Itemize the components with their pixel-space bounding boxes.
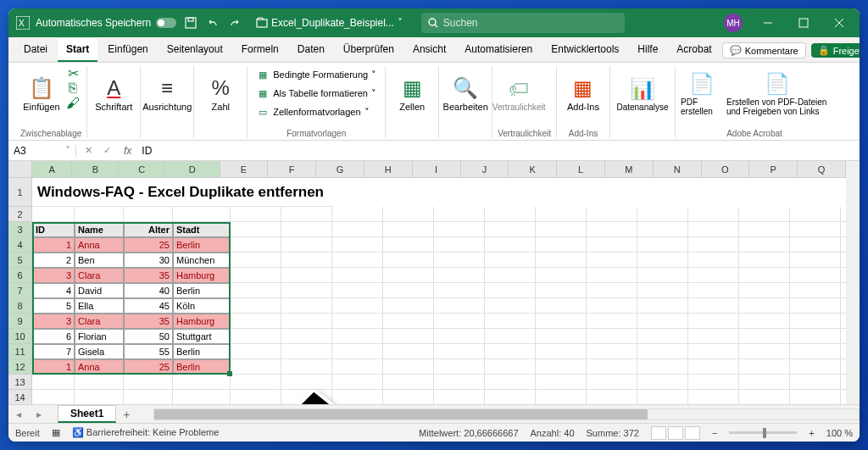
cell-M14[interactable] <box>637 390 688 404</box>
cell-D14[interactable] <box>173 390 231 404</box>
cell-D9[interactable]: Hamburg <box>173 314 231 329</box>
cell-P11[interactable] <box>790 344 841 359</box>
cell-J12[interactable] <box>485 359 536 375</box>
cell-G14[interactable] <box>332 390 383 404</box>
cell-G5[interactable] <box>332 253 383 268</box>
cell-G2[interactable] <box>332 207 383 222</box>
cell-P2[interactable] <box>790 207 841 222</box>
cell-O12[interactable] <box>739 359 790 375</box>
cell-N9[interactable] <box>688 314 739 329</box>
cell-M13[interactable] <box>637 375 688 390</box>
fx-icon[interactable]: fx <box>124 145 131 157</box>
cell-L5[interactable] <box>587 253 637 268</box>
cell-D4[interactable]: Berlin <box>173 237 231 253</box>
cell-B7[interactable]: David <box>75 283 124 298</box>
cell-D7[interactable]: Berlin <box>173 283 231 298</box>
cell-N8[interactable] <box>688 298 739 314</box>
cell-H3[interactable] <box>383 222 434 237</box>
col-header-D[interactable]: D <box>165 161 220 178</box>
cell-L12[interactable] <box>587 359 637 375</box>
cell-N14[interactable] <box>688 390 739 404</box>
cell-D8[interactable]: Köln <box>173 298 231 314</box>
cell-I6[interactable] <box>434 268 485 283</box>
cell-J14[interactable] <box>485 390 536 404</box>
cell-O9[interactable] <box>739 314 790 329</box>
cell-H10[interactable] <box>383 329 434 344</box>
cell-N5[interactable] <box>688 253 739 268</box>
sensitivity-button[interactable]: 🏷Vertraulichkeit <box>498 66 540 122</box>
cell-G10[interactable] <box>332 329 383 344</box>
cell-I4[interactable] <box>434 237 485 253</box>
cell-I8[interactable] <box>434 298 485 314</box>
zoom-slider[interactable] <box>729 431 797 434</box>
cell-K2[interactable] <box>536 207 587 222</box>
cell-K14[interactable] <box>536 390 587 404</box>
cell-I12[interactable] <box>434 359 485 375</box>
cell-N10[interactable] <box>688 329 739 344</box>
accept-formula-icon[interactable]: ✓ <box>98 142 115 159</box>
cell-M8[interactable] <box>637 298 688 314</box>
cell-G6[interactable] <box>332 268 383 283</box>
cell-G8[interactable] <box>332 298 383 314</box>
cell-C12[interactable]: 25 <box>124 359 173 375</box>
cell-E11[interactable] <box>231 344 281 359</box>
cell-K11[interactable] <box>536 344 587 359</box>
cell-O13[interactable] <box>739 375 790 390</box>
cell-J2[interactable] <box>485 207 536 222</box>
cell-M10[interactable] <box>637 329 688 344</box>
cell-K13[interactable] <box>536 375 587 390</box>
share-button[interactable]: 🔒 Freigeben ˅ <box>811 43 860 58</box>
close-button[interactable] <box>822 8 856 37</box>
cell-C7[interactable]: 40 <box>124 283 173 298</box>
cell-C6[interactable]: 35 <box>124 268 173 283</box>
cancel-formula-icon[interactable]: ✕ <box>80 142 97 159</box>
cell-D10[interactable]: Stuttgart <box>173 329 231 344</box>
cell-N3[interactable] <box>688 222 739 237</box>
cell-K4[interactable] <box>536 237 587 253</box>
pdf-create-button[interactable]: 📄PDF erstellen <box>681 66 723 122</box>
cell-N13[interactable] <box>688 375 739 390</box>
cell-B2[interactable] <box>75 207 124 222</box>
view-pagebreak-button[interactable] <box>685 426 700 440</box>
view-pagelayout-button[interactable] <box>668 426 683 440</box>
cell-O7[interactable] <box>739 283 790 298</box>
cell-F14[interactable] <box>281 390 332 404</box>
undo-icon[interactable] <box>203 14 222 32</box>
row-header-10[interactable]: 10 <box>8 329 32 344</box>
cell-I11[interactable] <box>434 344 485 359</box>
cell-H5[interactable] <box>383 253 434 268</box>
pdf-share-button[interactable]: 📄Erstellen von PDF-Dateien und Freigeben… <box>726 66 828 122</box>
cell-D6[interactable]: Hamburg <box>173 268 231 283</box>
cells-button[interactable]: ▦Zellen <box>391 66 433 122</box>
col-header-P[interactable]: P <box>749 161 798 178</box>
cell-C10[interactable]: 50 <box>124 329 173 344</box>
cell-J10[interactable] <box>485 329 536 344</box>
cell-G3[interactable] <box>332 222 383 237</box>
cell-L11[interactable] <box>587 344 637 359</box>
cell-L10[interactable] <box>587 329 637 344</box>
cell-C5[interactable]: 30 <box>124 253 173 268</box>
cell-A8[interactable]: 5 <box>32 298 75 314</box>
cell-H11[interactable] <box>383 344 434 359</box>
cell-F3[interactable] <box>281 222 332 237</box>
cell-P3[interactable] <box>790 222 841 237</box>
cell-I5[interactable] <box>434 253 485 268</box>
cell-K7[interactable] <box>536 283 587 298</box>
cell-K5[interactable] <box>536 253 587 268</box>
cell-E13[interactable] <box>231 375 281 390</box>
cell-A9[interactable]: 3 <box>32 314 75 329</box>
cell-H9[interactable] <box>383 314 434 329</box>
format-as-table-button[interactable]: ▦Als Tabelle formatieren ˅ <box>253 85 380 102</box>
cell-I3[interactable] <box>434 222 485 237</box>
col-header-N[interactable]: N <box>654 161 702 178</box>
cell-J13[interactable] <box>485 375 536 390</box>
cell-G13[interactable] <box>332 375 383 390</box>
redo-icon[interactable] <box>225 14 244 32</box>
cell-G11[interactable] <box>332 344 383 359</box>
cell-K10[interactable] <box>536 329 587 344</box>
sheet-tab-sheet1[interactable]: Sheet1 <box>58 405 116 423</box>
cell-B13[interactable] <box>75 375 124 390</box>
row-header-11[interactable]: 11 <box>8 344 32 359</box>
cell-J7[interactable] <box>485 283 536 298</box>
cell-K8[interactable] <box>536 298 587 314</box>
